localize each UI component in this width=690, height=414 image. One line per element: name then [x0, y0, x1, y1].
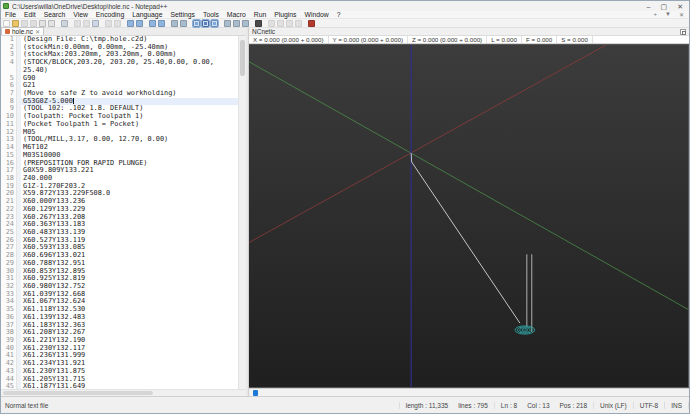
menu-macro[interactable]: Macro	[223, 11, 250, 19]
code-text[interactable]: (stockMin:0.00mm, 0.00mm, -25.40mm)	[21, 44, 238, 52]
code-text[interactable]: (Design File: C:\tmp.hole.c2d)	[21, 36, 238, 44]
code-text[interactable]: X60.788Y132.951	[21, 260, 238, 268]
sync-vertical-scroll-icon[interactable]	[171, 20, 178, 27]
menu-encoding[interactable]: Encoding	[92, 11, 128, 19]
slider-handle[interactable]	[253, 390, 258, 396]
code-text[interactable]: M6T102	[21, 144, 238, 152]
playback-slider[interactable]	[249, 388, 689, 396]
code-text[interactable]: X60.267Y133.208	[21, 214, 238, 222]
vertical-scrollbar-thumb[interactable]	[240, 40, 245, 76]
menu-edit[interactable]: Edit	[20, 11, 40, 19]
code-text[interactable]: (STOCK/BLOCK,203.20, 203.20, 25.40,0.00,…	[21, 59, 238, 67]
code-text[interactable]: X60.483Y133.139	[21, 229, 238, 237]
find-icon[interactable]	[127, 20, 134, 27]
code-text[interactable]: Z40.000	[21, 175, 238, 183]
zoom-out-icon[interactable]	[158, 20, 165, 27]
menu-search[interactable]: Search	[40, 11, 70, 19]
open-folder-icon[interactable]	[12, 20, 19, 27]
code-text[interactable]: X61.208Y132.267	[21, 329, 238, 337]
monitoring-icon[interactable]	[255, 20, 262, 27]
code-text[interactable]: X60.363Y133.183	[21, 221, 238, 229]
code-text[interactable]: G1Z-1.270F203.2	[21, 183, 238, 191]
indent-guide-icon[interactable]	[211, 20, 218, 27]
code-text[interactable]: G53G0Z-5.000	[21, 98, 238, 106]
sync-horizontal-scroll-icon[interactable]	[180, 20, 187, 27]
run-macro-multiple-icon[interactable]	[295, 20, 302, 27]
menu-extra-plus-icon[interactable]: +	[654, 11, 658, 18]
maximize-button[interactable]: ▢	[661, 2, 668, 11]
code-text[interactable]: X59.872Y133.229F508.0	[21, 190, 238, 198]
menu-settings[interactable]: Settings	[166, 11, 199, 19]
save-icon[interactable]	[21, 20, 28, 27]
show-all-characters-icon[interactable]	[202, 20, 209, 27]
code-text[interactable]: X61.230Y132.117	[21, 345, 238, 353]
paste-icon[interactable]	[92, 20, 99, 27]
editor-horizontal-scrollbar[interactable]	[1, 389, 246, 396]
code-text[interactable]: X60.527Y133.119	[21, 237, 238, 245]
code-text[interactable]: X61.118Y132.530	[21, 306, 238, 314]
code-text[interactable]: X60.980Y132.752	[21, 283, 238, 291]
close-all-icon[interactable]	[48, 20, 55, 27]
code-text[interactable]: X61.067Y132.624	[21, 298, 238, 306]
menu-[interactable]: ?	[333, 11, 345, 19]
code-text[interactable]: (PREPOSITION FOR RAPID PLUNGE)	[21, 160, 238, 168]
code-editor[interactable]: 1(Design File: C:\tmp.hole.c2d)2(stockMi…	[1, 36, 238, 389]
play-macro-icon[interactable]	[286, 20, 293, 27]
document-map-icon[interactable]	[233, 20, 240, 27]
cut-icon[interactable]	[74, 20, 81, 27]
tab-close-icon[interactable]: ✕	[35, 28, 40, 35]
code-text[interactable]: X60.696Y133.021	[21, 252, 238, 260]
minimize-button[interactable]: –	[647, 2, 651, 11]
stop-macro-icon[interactable]	[277, 20, 284, 27]
menu-plugins[interactable]: Plugins	[270, 11, 300, 19]
menu-extra-close-icon[interactable]: ✕	[679, 11, 684, 18]
replace-icon[interactable]	[136, 20, 143, 27]
code-text[interactable]: X60.593Y133.085	[21, 244, 238, 252]
code-text[interactable]: 25.40)	[21, 67, 238, 75]
code-text[interactable]: X60.853Y132.895	[21, 268, 238, 276]
redo-icon[interactable]	[114, 20, 121, 27]
code-text[interactable]: M05	[21, 129, 238, 137]
code-text[interactable]: X60.129Y133.229	[21, 206, 238, 214]
new-file-icon[interactable]	[3, 20, 10, 27]
print-icon[interactable]	[61, 20, 68, 27]
menu-file[interactable]: File	[1, 11, 20, 19]
code-text[interactable]: X61.139Y132.483	[21, 314, 238, 322]
toolpath-viewport[interactable]	[249, 44, 689, 388]
code-text[interactable]: X61.221Y132.190	[21, 337, 238, 345]
menu-window[interactable]: Window	[301, 11, 333, 19]
close-file-icon[interactable]	[39, 20, 46, 27]
code-text[interactable]: (Pocket Toolpath 1 = Pocket)	[21, 121, 238, 129]
menu-extra-dropdown-icon[interactable]: ▼	[665, 11, 671, 18]
menu-run[interactable]: Run	[250, 11, 270, 19]
document-list-icon[interactable]	[242, 20, 249, 27]
menu-language[interactable]: Language	[128, 11, 166, 19]
code-text[interactable]: X61.183Y132.363	[21, 322, 238, 330]
code-text[interactable]: G0X59.809Y133.221	[21, 167, 238, 175]
code-text[interactable]: X60.000Y133.236	[21, 198, 238, 206]
tab-hole-nc[interactable]: hole.nc ✕	[1, 27, 44, 35]
code-text[interactable]: X61.039Y132.668	[21, 291, 238, 299]
code-text[interactable]: (TOOL/MILL,3.17, 0.00, 12.70, 0.00)	[21, 136, 238, 144]
editor-vertical-scrollbar[interactable]	[238, 36, 246, 389]
zoom-in-icon[interactable]	[149, 20, 156, 27]
code-text[interactable]: X60.925Y132.819	[21, 275, 238, 283]
record-macro-icon[interactable]	[268, 20, 275, 27]
save-all-icon[interactable]	[30, 20, 37, 27]
copy-icon[interactable]	[83, 20, 90, 27]
code-text[interactable]: X61.236Y131.999	[21, 352, 238, 360]
function-list-icon[interactable]	[224, 20, 231, 27]
code-text[interactable]: (Toolpath: Pocket Toolpath 1)	[21, 113, 238, 121]
close-button[interactable]: ✕	[677, 2, 683, 11]
ncnetic-plugin-icon[interactable]	[308, 20, 315, 27]
code-text[interactable]: X61.230Y131.875	[21, 368, 238, 376]
code-text[interactable]: G21	[21, 82, 238, 90]
undo-icon[interactable]	[105, 20, 112, 27]
status-eol-format[interactable]: Unix (LF)	[594, 402, 634, 409]
code-text[interactable]: (stockMax:203.20mm, 203.20mm, 0.00mm)	[21, 51, 238, 59]
horizontal-scrollbar-thumb[interactable]	[3, 391, 153, 395]
code-text[interactable]: M03S10000	[21, 152, 238, 160]
status-insert-mode[interactable]: INS	[665, 402, 689, 409]
menu-tools[interactable]: Tools	[199, 11, 223, 19]
code-text[interactable]: X61.234Y131.921	[21, 360, 238, 368]
